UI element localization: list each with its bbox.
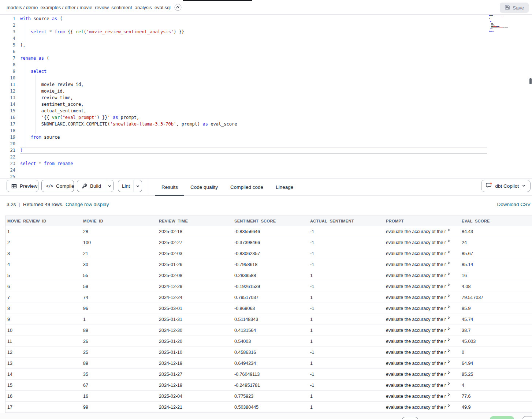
cell-review_time: 2025-03-01 [157,303,232,314]
code-editor[interactable]: 1with source as (23 select * from {{ ref… [0,15,532,178]
cell-actual_sentiment: -1 [308,226,384,237]
cell-prompt[interactable]: evaluate the accuracy of the res… [384,391,460,401]
tab-results[interactable]: Results [155,179,184,195]
cell-prompt[interactable]: evaluate the accuracy of the res… [384,347,460,358]
code-line[interactable]: 10 [0,75,487,81]
code-line[interactable]: 12 movie_id, [0,88,487,94]
expand-cell-icon[interactable] [447,305,450,308]
expand-cell-icon[interactable] [447,250,450,254]
code-text [15,75,20,81]
bottom-right-button[interactable] [522,416,532,419]
tab-code-quality[interactable]: Code quality [184,179,224,195]
cell-prompt[interactable]: evaluate the accuracy of the res… [384,226,460,237]
tab-lineage[interactable]: Lineage [269,179,300,195]
code-line[interactable]: 9 select [0,68,487,75]
cell-prompt[interactable]: evaluate the accuracy of the res… [384,259,460,270]
code-line[interactable]: 21) [0,147,487,154]
code-line[interactable]: 3 select * from {{ ref('movie_review_sen… [0,29,487,35]
code-line[interactable]: 5), [0,42,487,48]
cell-prompt[interactable]: evaluate the accuracy of the res… [384,336,460,347]
cell-prompt[interactable]: evaluate the accuracy of the res… [384,369,460,379]
code-line[interactable]: 1with source as ( [0,15,487,22]
cell-prompt[interactable]: evaluate the accuracy of the res… [384,248,460,259]
bottom-left-button[interactable] [402,417,418,419]
code-line[interactable]: 7rename as ( [0,55,487,61]
code-text [15,173,20,178]
expand-cell-icon[interactable] [447,228,450,232]
cell-prompt[interactable]: evaluate the accuracy of the res… [384,292,460,303]
expand-cell-icon[interactable] [447,283,450,287]
cell-prompt[interactable]: evaluate the accuracy of the res… [384,237,460,248]
cell-prompt[interactable]: evaluate the accuracy of the res… [384,270,460,281]
cell-prompt[interactable]: evaluate the accuracy of the res… [384,281,460,292]
editor-scrollbar[interactable] [529,78,532,84]
lint-dropdown-chevron[interactable] [134,180,142,192]
code-line[interactable]: 15 actual_sentiment, [0,108,487,114]
code-text: select * from {{ ref('movie_review_senti… [15,29,184,35]
expand-cell-icon[interactable] [447,382,450,385]
code-text: movie_id, [15,88,65,94]
code-lines[interactable]: 1with source as (23 select * from {{ ref… [0,15,487,178]
code-line[interactable]: 8 [0,61,487,68]
table-row: 7742024-12-240.795170371evaluate the acc… [5,292,532,303]
code-line[interactable]: 6 [0,48,487,55]
edit-file-icon[interactable] [174,3,182,11]
preview-button[interactable]: Preview [7,180,38,192]
code-line[interactable]: 4 [0,35,487,42]
cell-actual_sentiment: -1 [308,369,384,379]
code-line[interactable]: 24 [0,167,487,173]
tab-compiled-code[interactable]: Compiled code [224,179,269,195]
cell-sentiment_score: 0.79517037 [232,292,308,303]
expand-cell-icon[interactable] [447,393,450,396]
code-line[interactable]: 2 [0,22,487,29]
download-csv-link[interactable]: Download CSV [497,202,531,207]
code-line[interactable]: 23select * from rename [0,160,487,167]
cell-prompt[interactable]: evaluate the accuracy of the res… [384,303,460,314]
expand-cell-icon[interactable] [447,272,450,276]
expand-cell-icon[interactable] [447,239,450,243]
code-line[interactable]: 20 [0,141,487,147]
code-line[interactable]: 25 [0,173,487,178]
build-label[interactable]: Build [87,183,106,189]
code-line[interactable]: 13 review_time, [0,94,487,101]
expand-cell-icon[interactable] [447,261,450,265]
line-number: 10 [0,75,15,81]
expand-cell-icon[interactable] [447,316,450,319]
expand-cell-icon[interactable] [447,404,450,407]
code-line[interactable]: 17 SNOWFLAKE.CORTEX.COMPLETE('snowflake-… [0,121,487,127]
cell-prompt[interactable]: evaluate the accuracy of the res… [384,325,460,336]
cell-prompt[interactable]: evaluate the accuracy of the res… [384,402,460,412]
expand-cell-icon[interactable] [447,360,450,363]
breadcrumb-path: models / demo_examples / other / movie_r… [7,5,171,10]
bottom-green-pill-button[interactable] [490,416,514,419]
cell-prompt[interactable]: evaluate the accuracy of the res… [384,358,460,369]
results-tabs: ResultsCode qualityCompiled codeLineage [155,179,300,195]
code-line[interactable]: 18 [0,127,487,134]
expand-cell-icon[interactable] [447,371,450,374]
code-line[interactable]: 19 from source [0,134,487,141]
compile-button[interactable]: </> Compile [41,180,74,192]
expand-cell-icon[interactable] [447,338,450,341]
line-number: 5 [0,42,15,48]
cell-prompt[interactable]: evaluate the accuracy of the res… [384,314,460,325]
code-line[interactable]: 14 sentiment_score, [0,101,487,108]
cell-movie_review_id: 1 [5,226,81,237]
code-line[interactable]: 11 movie_review_id, [0,81,487,88]
code-text [15,61,20,68]
breadcrumb[interactable]: models / demo_examples / other / movie_r… [7,0,182,15]
expand-cell-icon[interactable] [447,294,450,298]
cell-movie_review_id: 5 [5,270,81,281]
build-dropdown-chevron[interactable] [106,180,113,192]
dbt-copilot-button[interactable]: dbt Copilot [481,180,531,192]
column-header-eval_score: EVAL_SCORE [460,216,532,226]
code-line[interactable]: 22 [0,154,487,160]
lint-label[interactable]: Lint [118,183,134,189]
change-row-display-link[interactable]: Change row display [66,202,109,207]
cell-prompt[interactable]: evaluate the accuracy of the res… [384,380,460,390]
status-separator: | [19,202,21,207]
save-button[interactable]: Save [500,3,529,13]
code-line[interactable]: 16 '{{ var("eval_prompt") }}' as prompt, [0,114,487,121]
expand-cell-icon[interactable] [447,327,450,330]
expand-cell-icon[interactable] [447,349,450,352]
minimap[interactable] [489,15,526,37]
